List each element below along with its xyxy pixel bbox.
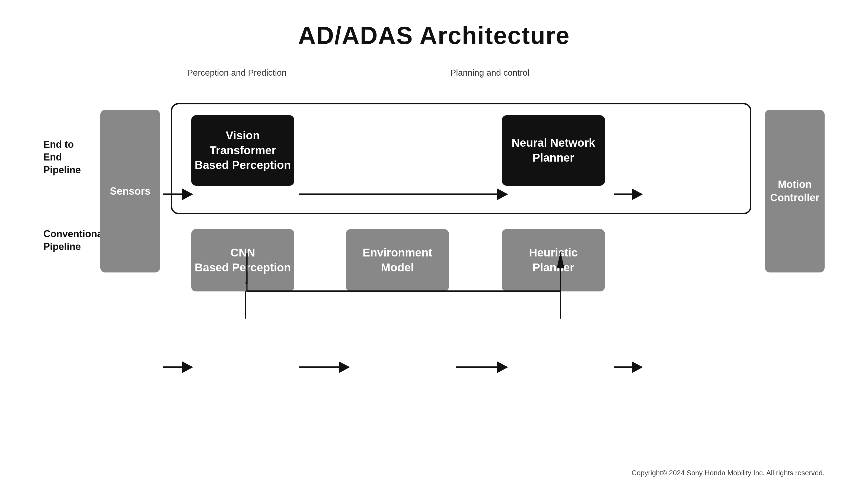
diagram-area: Perception and Prediction Planning and c… xyxy=(43,68,825,447)
motion-controller-block: Motion Controller xyxy=(765,110,825,272)
planning-label: Planning and control xyxy=(450,68,529,78)
copyright: Copyright© 2024 Sony Honda Mobility Inc.… xyxy=(632,469,825,477)
end-to-end-label: End to End Pipeline xyxy=(43,138,87,176)
heuristic-planner-box: Heuristic Planner xyxy=(502,229,605,291)
sensors-block: Sensors xyxy=(100,110,160,272)
environment-model-box: Environment Model xyxy=(346,229,449,291)
vision-transformer-box: Vision Transformer Based Perception xyxy=(191,115,294,186)
page-title: AD/ADAS Architecture xyxy=(0,0,868,50)
cnn-box: CNN Based Perception xyxy=(191,229,294,291)
neural-network-box: Neural Network Planner xyxy=(502,115,605,186)
conventional-label: Conventional Pipeline xyxy=(43,228,98,253)
perception-label: Perception and Prediction xyxy=(187,68,286,78)
